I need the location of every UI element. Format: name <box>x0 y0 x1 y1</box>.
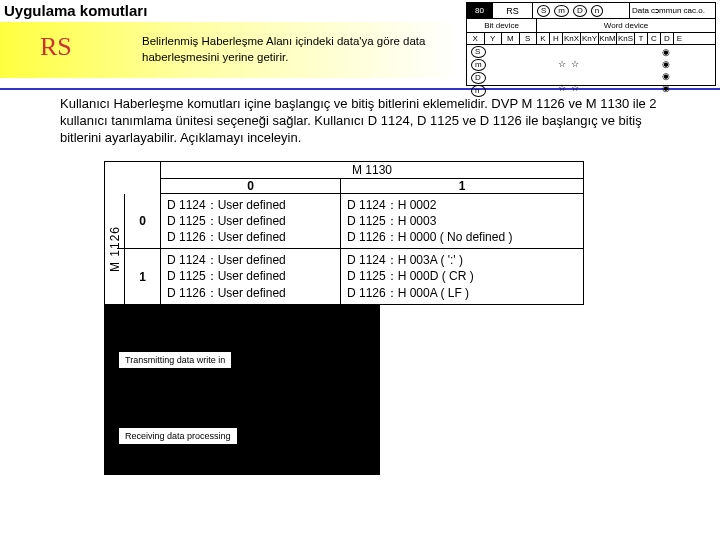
col-t: T <box>635 33 648 44</box>
flow-box-transmit: Transmitting data write in <box>118 351 232 369</box>
m1130-col-1: 1 <box>341 179 583 193</box>
col-h: H <box>550 33 563 44</box>
row-op-d: D <box>471 72 486 84</box>
row-op-m: m <box>471 59 486 71</box>
api-number: 80 <box>467 3 493 18</box>
m1130-col-0: 0 <box>161 179 341 193</box>
col-m: M <box>502 33 520 44</box>
operand-list: S m D n <box>533 3 629 18</box>
col-knm: KnM <box>599 33 617 44</box>
col-kny: KnY <box>581 33 599 44</box>
col-e: E <box>674 33 685 44</box>
cell-1-0: D 1124：User defined D 1125：User defined … <box>161 249 341 304</box>
col-c: C <box>648 33 661 44</box>
flow-diagram-panel: Transmitting data write in Receiving dat… <box>104 305 380 475</box>
body-paragraph: Kullanıcı Haberleşme komutları içine baş… <box>0 90 720 155</box>
cell-1-1: D 1124：H 003A ( ':' ) D 1125：H 000D ( CR… <box>341 249 583 304</box>
col-d: D <box>661 33 674 44</box>
instruction-info-box: 80 RS S m D n Data cɔmmun cac.o. Bit dev… <box>466 2 716 86</box>
row-op-n: n <box>471 85 486 97</box>
word-device-label: Word device <box>537 19 715 32</box>
page-section-title: Uygulama komutları <box>4 2 147 19</box>
m1130-title: M 1130 <box>161 162 583 179</box>
col-s: S <box>520 33 537 44</box>
operand-compat-grid: S m D n ◉ ☆☆◉ ◉ ☆☆◉ <box>467 45 715 85</box>
operand-d: D <box>573 5 587 17</box>
header-bar: Uygulama komutları RS Belirlenmiş Haberl… <box>0 0 720 90</box>
compat-dots: ◉ ☆☆◉ ◉ ☆☆◉ <box>503 47 713 83</box>
m1130-table: M 1130 0 1 M 1126 0 1 D 1124：User define… <box>104 161 584 305</box>
operand-m: m <box>554 5 569 17</box>
m1126-row-0: 0 <box>125 194 160 250</box>
bit-device-label: Bit device <box>467 19 537 32</box>
row-op-s: S <box>471 46 486 58</box>
col-kns: KnS <box>617 33 635 44</box>
cell-0-0: D 1124：User defined D 1125：User defined … <box>161 194 341 249</box>
instruction-description: Belirlenmiş Haberleşme Alanı içindeki da… <box>142 34 452 65</box>
device-column-headers: X Y M S K H KnX KnY KnM KnS T C D E <box>467 33 715 45</box>
operand-n: n <box>591 5 603 17</box>
data-comm-label: Data cɔmmun cac.o. <box>629 3 715 18</box>
cell-0-1: D 1124：H 0002 D 1125：H 0003 D 1126：H 000… <box>341 194 583 249</box>
col-k: K <box>537 33 550 44</box>
instruction-mnemonic: RS <box>40 32 72 62</box>
operand-s: S <box>537 5 550 17</box>
m1126-row-1: 1 <box>125 249 160 304</box>
info-mnemonic: RS <box>493 3 533 18</box>
col-x: X <box>467 33 485 44</box>
col-y: Y <box>485 33 503 44</box>
flow-box-receive: Receiving data processing <box>118 427 238 445</box>
col-knx: KnX <box>563 33 581 44</box>
